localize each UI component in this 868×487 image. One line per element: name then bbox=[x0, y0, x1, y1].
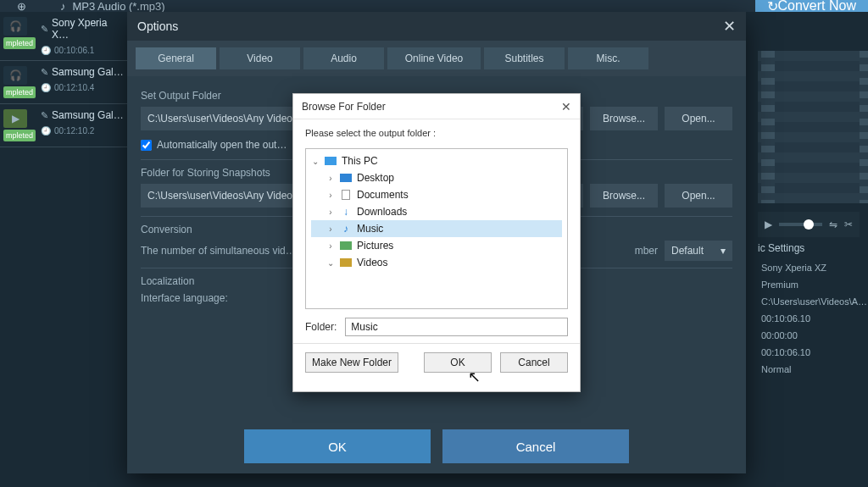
folder-name-row: Folder: bbox=[293, 309, 580, 341]
tree-downloads[interactable]: › ↓ Downloads bbox=[311, 203, 562, 220]
browse-output-button[interactable]: Browse... bbox=[590, 107, 658, 130]
edit-icon[interactable]: ✎ bbox=[41, 110, 48, 121]
settings-header: ic Settings bbox=[758, 242, 860, 254]
browse-titlebar: Browse For Folder ✕ bbox=[293, 94, 580, 119]
settings-lines: Sony Xperia XZ Premium C:\Users\user\Vid… bbox=[758, 259, 860, 378]
cut-icon[interactable]: ✂ bbox=[844, 219, 853, 230]
file-item[interactable]: 🎧 mpleted ✎Samsung Gal… 🕘00:12:10.4 bbox=[0, 61, 127, 104]
number-select[interactable]: Default▾ bbox=[665, 241, 732, 261]
tree-documents[interactable]: › Documents bbox=[311, 186, 562, 203]
options-footer: OK Cancel bbox=[127, 429, 746, 463]
desktop-icon bbox=[340, 174, 352, 182]
browse-footer: Make New Folder OK Cancel bbox=[293, 346, 580, 373]
auto-open-checkbox[interactable] bbox=[141, 140, 152, 151]
tab-general[interactable]: General bbox=[136, 47, 216, 69]
browse-snapshot-button[interactable]: Browse... bbox=[590, 184, 658, 208]
folder-label: Folder: bbox=[305, 321, 337, 333]
play-icon[interactable]: ▶ bbox=[765, 219, 772, 230]
add-videos-item[interactable]: ⊕ bbox=[17, 0, 26, 12]
tree-pictures[interactable]: › Pictures bbox=[311, 237, 562, 254]
file-status: mpleted bbox=[3, 130, 36, 141]
chevron-right-icon[interactable]: › bbox=[326, 208, 335, 217]
options-cancel-button[interactable]: Cancel bbox=[442, 429, 629, 463]
file-item[interactable]: 🎧 mpleted ✎Sony Xperia X… 🕘00:10:06.1 bbox=[0, 12, 127, 61]
interface-language-label: Interface language: bbox=[141, 292, 228, 304]
tab-audio[interactable]: Audio bbox=[303, 47, 384, 69]
edit-icon[interactable]: ✎ bbox=[41, 24, 48, 35]
options-ok-button[interactable]: OK bbox=[244, 429, 431, 463]
tree-videos[interactable]: ⌄ Videos bbox=[311, 254, 562, 271]
convert-now-button[interactable]: ↻ Convert Now bbox=[755, 0, 868, 12]
tree-music[interactable]: › ♪ Music bbox=[311, 220, 562, 237]
pictures-icon bbox=[340, 241, 352, 250]
tree-this-pc[interactable]: ⌄ This PC bbox=[311, 152, 562, 169]
chevron-right-icon[interactable]: › bbox=[326, 241, 335, 251]
file-item[interactable]: ▶ mpleted ✎Samsung Gal… 🕘00:12:10.2 bbox=[0, 104, 127, 147]
browse-cancel-button[interactable]: Cancel bbox=[500, 352, 568, 373]
preview-panel: ▶ ⇋ ✂ ic Settings Sony Xperia XZ Premium… bbox=[749, 42, 868, 386]
download-icon: ↓ bbox=[339, 206, 353, 218]
options-tabs: General Video Audio Online Video Subtitl… bbox=[127, 41, 746, 76]
number-label: mber bbox=[635, 245, 658, 257]
clock-icon: 🕘 bbox=[41, 126, 51, 136]
options-titlebar: Options ✕ bbox=[127, 12, 746, 41]
file-name: Sony Xperia X… bbox=[52, 17, 124, 41]
play-bar[interactable]: ▶ ⇋ ✂ bbox=[758, 212, 860, 237]
conversion-text: The number of simultaneous vid… bbox=[141, 245, 296, 257]
make-new-folder-button[interactable]: Make New Folder bbox=[305, 352, 398, 373]
preview-area bbox=[758, 51, 868, 203]
folder-tree[interactable]: ⌄ This PC › Desktop › Documents › ↓ Down… bbox=[305, 148, 568, 309]
clock-icon: 🕘 bbox=[41, 83, 51, 92]
file-list: 🎧 mpleted ✎Sony Xperia X… 🕘00:10:06.1 🎧 … bbox=[0, 12, 127, 147]
open-output-button[interactable]: Open... bbox=[665, 107, 732, 130]
browse-ok-button[interactable]: OK bbox=[424, 352, 492, 373]
pc-icon bbox=[325, 157, 337, 165]
chevron-right-icon[interactable]: › bbox=[326, 224, 335, 234]
videos-icon bbox=[340, 258, 352, 267]
tab-online-video[interactable]: Online Video bbox=[387, 47, 481, 69]
tree-desktop[interactable]: › Desktop bbox=[311, 169, 562, 186]
file-status: mpleted bbox=[3, 86, 36, 98]
chevron-right-icon[interactable]: › bbox=[326, 174, 335, 183]
open-snapshot-button[interactable]: Open... bbox=[665, 184, 732, 208]
document-icon bbox=[342, 190, 350, 200]
browse-subtitle: Please select the output folder : bbox=[293, 119, 580, 143]
chevron-right-icon[interactable]: › bbox=[326, 191, 335, 200]
close-icon[interactable]: ✕ bbox=[561, 100, 571, 113]
tab-video[interactable]: Video bbox=[220, 47, 300, 69]
folder-name-input[interactable] bbox=[345, 318, 568, 336]
options-title: Options bbox=[137, 19, 178, 33]
file-name: Samsung Gal… bbox=[52, 109, 124, 121]
file-thumb: 🎧 bbox=[3, 66, 27, 85]
browse-title: Browse For Folder bbox=[302, 101, 386, 113]
tab-subtitles[interactable]: Subtitles bbox=[484, 47, 565, 69]
close-icon[interactable]: ✕ bbox=[723, 17, 736, 36]
chevron-down-icon[interactable]: ⌄ bbox=[311, 157, 320, 166]
chevron-down-icon[interactable]: ⌄ bbox=[326, 258, 335, 268]
clock-icon: 🕘 bbox=[41, 46, 51, 55]
chevron-down-icon: ▾ bbox=[721, 245, 726, 257]
file-status: mpleted bbox=[3, 37, 36, 49]
browse-folder-dialog: Browse For Folder ✕ Please select the ou… bbox=[292, 93, 581, 392]
main-toolbar: ⊕ ♪ MP3 Audio (*.mp3) bbox=[0, 0, 868, 12]
tab-misc[interactable]: Misc. bbox=[568, 47, 648, 69]
file-name: Samsung Gal… bbox=[52, 66, 124, 78]
seek-slider[interactable] bbox=[779, 223, 822, 226]
edit-icon[interactable]: ✎ bbox=[41, 67, 48, 78]
format-display[interactable]: ♪ MP3 Audio (*.mp3) bbox=[60, 0, 165, 12]
file-thumb: 🎧 bbox=[3, 17, 27, 36]
link-icon[interactable]: ⇋ bbox=[829, 219, 837, 230]
music-icon: ♪ bbox=[339, 223, 353, 235]
file-thumb: ▶ bbox=[3, 109, 27, 128]
